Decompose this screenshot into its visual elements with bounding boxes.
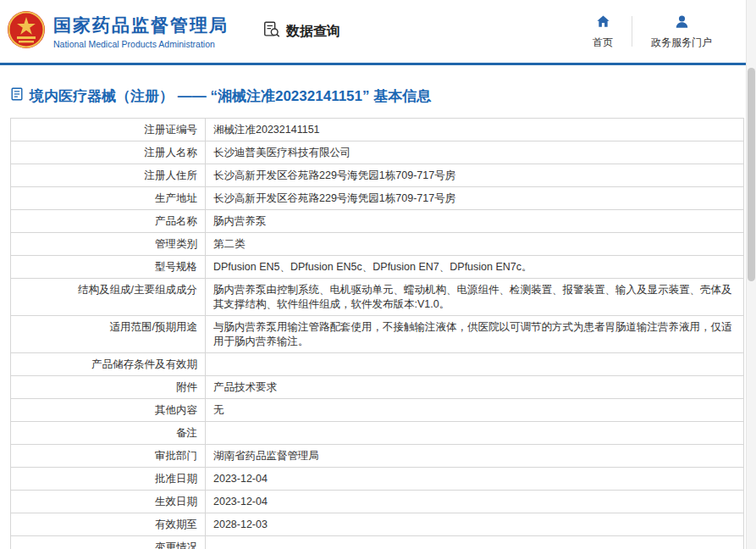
data-query-icon [262,20,281,42]
row-value: 第二类 [206,233,743,255]
site-header: 国家药品监督管理局 National Medical Products Admi… [0,0,756,63]
nav-home-label: 首页 [593,36,613,50]
nav-home[interactable]: 首页 [574,14,632,50]
row-value: 与肠内营养泵用输注管路配套使用，不接触输注液体，供医院以可调节的方式为患者胃肠道… [206,316,743,352]
row-value: 湖南省药品监督管理局 [206,445,743,467]
table-row: 注册人住所长沙高新开发区谷苑路229号海凭园1栋709-717号房 [11,164,743,187]
table-row: 批准日期2023-12-04 [11,468,743,491]
row-label: 变更情况 [11,536,206,549]
table-row: 生产地址长沙高新开发区谷苑路229号海凭园1栋709-717号房 [11,187,743,210]
table-row: 注册证编号湘械注准20232141151 [11,119,743,141]
table-row: 结构及组成/主要组成成分肠内营养泵由控制系统、电机驱动单元、蠕动机构、电源组件、… [11,279,743,316]
home-icon [595,14,611,32]
table-row: 审批部门湖南省药品监督管理局 [11,445,743,468]
table-row: 变更情况 [11,536,743,549]
info-table: 注册证编号湘械注准20232141151注册人名称长沙迪普美医疗科技有限公司注册… [10,118,744,549]
row-label: 产品储存条件及有效期 [11,353,206,375]
row-label: 管理类别 [11,233,206,255]
row-label: 其他内容 [11,399,206,421]
row-value [206,536,743,549]
header-nav: 首页 政务服务门户 [574,14,731,50]
main-content: 境内医疗器械（注册） —— “湘械注准20232141151” 基本信息 注册证… [10,86,744,549]
row-label: 附件 [11,376,206,398]
row-label: 批准日期 [11,468,206,490]
row-value: 长沙高新开发区谷苑路229号海凭园1栋709-717号房 [206,164,743,186]
table-row: 附件产品技术要求 [11,376,743,399]
row-value: 产品技术要求 [206,376,743,398]
row-value: DPfusion EN5、DPfusion EN5c、DPfusion EN7、… [206,256,743,278]
table-row: 产品储存条件及有效期 [11,353,743,376]
nav-gov-portal-label: 政务服务门户 [651,36,712,50]
table-row: 备注 [11,422,743,445]
row-value: 肠内营养泵由控制系统、电机驱动单元、蠕动机构、电源组件、检测装置、报警装置、输入… [206,279,743,315]
row-value: 长沙高新开发区谷苑路229号海凭园1栋709-717号房 [206,187,743,209]
nav-gov-portal[interactable]: 政务服务门户 [632,14,731,50]
row-value: 肠内营养泵 [206,210,743,232]
person-icon [674,14,690,32]
brand: 国家药品监督管理局 National Medical Products Admi… [7,10,229,53]
data-query-label: 数据查询 [286,23,340,41]
row-value: 2028-12-03 [206,513,743,535]
table-row: 适用范围/预期用途与肠内营养泵用输注管路配套使用，不接触输注液体，供医院以可调节… [11,316,743,353]
document-icon [10,87,24,105]
scrollbar[interactable] [746,0,756,549]
scrollbar-thumb[interactable] [748,68,755,281]
table-row: 型号规格DPfusion EN5、DPfusion EN5c、DPfusion … [11,256,743,279]
row-label: 审批部门 [11,445,206,467]
table-row: 产品名称肠内营养泵 [11,210,743,233]
row-label: 型号规格 [11,256,206,278]
row-label: 生产地址 [11,187,206,209]
row-label: 备注 [11,422,206,444]
nav-data-query[interactable]: 数据查询 [262,20,340,42]
table-row: 有效期至2028-12-03 [11,513,743,536]
row-label: 生效日期 [11,491,206,513]
row-label: 结构及组成/主要组成成分 [11,279,206,315]
table-row: 管理类别第二类 [11,233,743,256]
row-label: 有效期至 [11,513,206,535]
table-row: 生效日期2023-12-04 [11,491,743,513]
row-value [206,422,743,444]
national-emblem-logo [7,10,46,53]
row-label: 产品名称 [11,210,206,232]
org-name-en: National Medical Products Administration [53,39,229,49]
row-value: 长沙迪普美医疗科技有限公司 [206,141,743,164]
brand-text: 国家药品监督管理局 National Medical Products Admi… [53,14,229,49]
page-title-text: 境内医疗器械（注册） —— “湘械注准20232141151” 基本信息 [30,86,431,106]
table-row: 注册人名称长沙迪普美医疗科技有限公司 [11,141,743,164]
row-value: 2023-12-04 [206,491,743,513]
row-label: 注册人住所 [11,164,206,186]
row-value [206,353,743,375]
row-label: 适用范围/预期用途 [11,316,206,352]
row-value: 无 [206,399,743,421]
page-title: 境内医疗器械（注册） —— “湘械注准20232141151” 基本信息 [10,86,744,106]
row-label: 注册证编号 [11,119,206,141]
table-row: 其他内容无 [11,399,743,422]
org-name-cn: 国家药品监督管理局 [53,14,229,37]
header-divider-line [0,63,756,65]
row-label: 注册人名称 [11,141,206,164]
row-value: 湘械注准20232141151 [206,119,743,141]
row-value: 2023-12-04 [206,468,743,490]
